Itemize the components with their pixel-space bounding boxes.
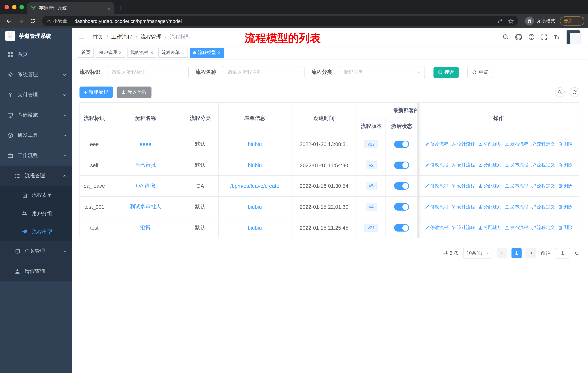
browser-tab[interactable]: 芋道管理系统 × <box>27 2 114 14</box>
op-delete-link[interactable]: 删除 <box>558 225 572 231</box>
op-publish-link[interactable]: 发布流程 <box>504 225 528 231</box>
op-assign-link[interactable]: 分配规则 <box>478 225 502 231</box>
sidebar-item-process-management[interactable]: 流程管理 <box>0 166 72 186</box>
browser-menu-icon[interactable]: ⋮ <box>576 18 580 24</box>
refresh-table-button[interactable] <box>570 87 579 97</box>
op-publish-link[interactable]: 发布流程 <box>504 162 528 169</box>
browser-update-button[interactable]: 更新 ⋮ <box>560 17 584 26</box>
prev-page-button[interactable] <box>497 248 507 258</box>
op-definition-link[interactable]: 流程定义 <box>531 204 555 210</box>
security-chip[interactable]: 不安全 <box>46 18 67 24</box>
back-button[interactable] <box>4 16 13 26</box>
sidebar-item-user-group[interactable]: 用户分组 <box>0 204 72 222</box>
op-definition-link[interactable]: 流程定义 <box>531 183 555 189</box>
sidebar-item-workflow[interactable]: 工作流程 <box>0 145 72 166</box>
process-key-input[interactable] <box>107 66 189 78</box>
tab-close-icon[interactable]: × <box>107 5 111 11</box>
window-minimize-button[interactable] <box>12 5 17 10</box>
op-modify-link[interactable]: 修改流程 <box>425 141 448 148</box>
close-icon[interactable]: × <box>218 50 221 55</box>
process-name-link[interactable]: 测试多审批人 <box>130 203 161 210</box>
op-assign-link[interactable]: 分配规则 <box>478 183 502 189</box>
sidebar-item-system-management[interactable]: 系统管理 <box>0 64 72 85</box>
url-bar[interactable]: 不安全 dashboard.yudao.iocoder.cn/bpm/manag… <box>42 16 518 26</box>
active-toggle[interactable] <box>394 161 409 169</box>
process-name-link[interactable]: 自己审批 <box>135 162 156 169</box>
op-delete-link[interactable]: 删除 <box>558 183 572 189</box>
op-modify-link[interactable]: 修改流程 <box>425 183 448 189</box>
forward-button[interactable] <box>16 16 25 26</box>
sidebar-item-leave-query[interactable]: 请假查询 <box>0 261 72 281</box>
sidebar-item-process-form[interactable]: 流程表单 <box>0 186 72 204</box>
op-design-link[interactable]: 设计流程 <box>451 162 475 169</box>
op-design-link[interactable]: 设计流程 <box>451 183 475 189</box>
active-toggle[interactable] <box>394 182 409 190</box>
category-select[interactable]: 流程分类 <box>339 66 425 78</box>
toggle-search-button[interactable] <box>555 87 565 97</box>
window-close-button[interactable] <box>5 5 9 10</box>
op-publish-link[interactable]: 发布流程 <box>504 141 528 148</box>
breadcrumb-item[interactable]: 工作流程 <box>111 33 132 40</box>
op-design-link[interactable]: 设计流程 <box>451 204 475 210</box>
sidebar-item-devtools[interactable]: 研发工具 <box>0 125 72 145</box>
op-modify-link[interactable]: 修改流程 <box>425 162 448 169</box>
op-definition-link[interactable]: 流程定义 <box>531 225 555 231</box>
search-button[interactable]: 搜索 <box>433 67 459 78</box>
tab-home[interactable]: 首页 <box>78 48 94 57</box>
op-assign-link[interactable]: 分配规则 <box>478 204 502 210</box>
version-tag[interactable]: v5 <box>366 182 377 190</box>
form-link[interactable]: /bpm/oa/leave/create <box>230 183 279 189</box>
op-assign-link[interactable]: 分配规则 <box>478 162 502 169</box>
op-design-link[interactable]: 设计流程 <box>451 225 475 231</box>
process-name-link[interactable]: 滔博 <box>140 224 151 231</box>
active-toggle[interactable] <box>394 203 409 211</box>
tab-my-process[interactable]: 我的流程× <box>127 48 157 57</box>
op-delete-link[interactable]: 删除 <box>558 141 572 148</box>
op-delete-link[interactable]: 删除 <box>558 162 572 169</box>
sidebar-item-home[interactable]: 首页 <box>0 44 72 64</box>
key-icon[interactable] <box>498 18 503 24</box>
sidebar-toggle-button[interactable] <box>78 33 85 40</box>
form-link[interactable]: biubiu <box>248 162 262 168</box>
active-toggle[interactable] <box>394 141 409 148</box>
fullscreen-button[interactable] <box>541 34 547 40</box>
active-toggle[interactable] <box>394 224 409 232</box>
close-icon[interactable]: × <box>150 50 153 55</box>
url-text[interactable]: dashboard.yudao.iocoder.cn/bpm/manager/m… <box>74 18 498 24</box>
process-name-link[interactable]: OA 请假 <box>136 183 155 189</box>
version-tag[interactable]: v21 <box>364 224 378 232</box>
process-name-link[interactable]: eeee <box>140 141 151 147</box>
tab-process-model[interactable]: 流程模型× <box>190 48 224 57</box>
github-link[interactable] <box>515 33 522 40</box>
version-tag[interactable]: v17 <box>364 140 378 148</box>
reset-button[interactable]: 重置 <box>467 67 493 78</box>
breadcrumb-item[interactable]: 流程管理 <box>141 33 161 40</box>
sidebar-item-process-model[interactable]: 流程模型 <box>0 222 72 241</box>
op-modify-link[interactable]: 修改流程 <box>425 204 448 210</box>
op-publish-link[interactable]: 发布流程 <box>504 204 528 210</box>
op-definition-link[interactable]: 流程定义 <box>531 141 555 148</box>
form-link[interactable]: biubiu <box>248 225 262 231</box>
font-size-button[interactable] <box>554 34 560 40</box>
breadcrumb-item[interactable]: 首页 <box>93 33 103 40</box>
header-search-button[interactable] <box>503 34 509 40</box>
op-design-link[interactable]: 设计流程 <box>451 141 475 148</box>
bookmark-star-icon[interactable] <box>508 18 514 24</box>
sidebar-item-infrastructure[interactable]: 基础设施 <box>0 105 72 125</box>
form-link[interactable]: biubiu <box>248 204 262 210</box>
avatar[interactable] <box>566 30 580 44</box>
sidebar-item-payment-management[interactable]: ¥支付管理 <box>0 85 72 105</box>
close-icon[interactable]: × <box>181 50 184 55</box>
version-tag[interactable]: v4 <box>366 203 377 211</box>
process-name-input[interactable] <box>223 66 304 78</box>
goto-page-input[interactable] <box>555 248 570 259</box>
form-link[interactable]: biubiu <box>248 141 262 147</box>
op-delete-link[interactable]: 删除 <box>558 204 572 210</box>
sidebar-item-task-management[interactable]: 任务管理 <box>0 241 72 261</box>
next-page-button[interactable] <box>526 248 536 258</box>
tab-tenant-management[interactable]: 租户管理× <box>96 48 125 57</box>
import-process-button[interactable]: 导入流程 <box>116 87 151 98</box>
page-size-select[interactable]: 10条/页 <box>463 248 492 259</box>
window-controls[interactable] <box>5 5 24 10</box>
op-assign-link[interactable]: 分配规则 <box>478 141 502 148</box>
